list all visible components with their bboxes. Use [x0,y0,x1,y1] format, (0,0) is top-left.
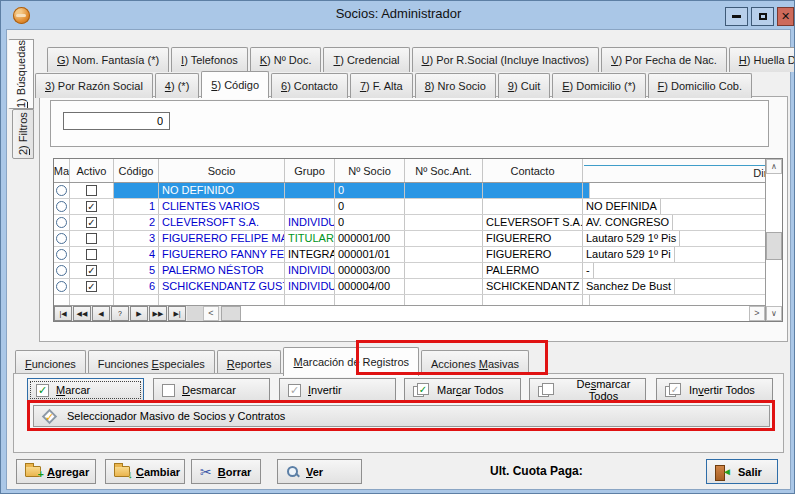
invertir-todos-button[interactable]: Invertir Todos [656,378,773,402]
cell-direccion[interactable]: AV. CONGRESO [583,215,673,230]
desmarcar-todos-button[interactable]: Desmarcar Todos [529,378,646,402]
tab-telefonos[interactable]: I) Telefonos [171,47,248,72]
tab-asterisco[interactable]: 4) (*) [155,73,199,98]
hscroll-left-icon[interactable] [203,306,219,321]
activo-checkbox[interactable] [86,217,97,228]
activo-checkbox[interactable] [86,185,97,196]
cell-nro-socio[interactable]: 0 [335,199,405,214]
ver-button[interactable]: Ver [277,459,362,484]
row-marker-radio[interactable] [56,201,67,212]
tab-nom-fantasia[interactable]: G) Nom. Fantasía (*) [47,47,169,72]
side-tab-busquedas[interactable]: 1) Búsquedas [8,39,34,109]
cell-nro-socio[interactable]: 000003/00 [335,263,405,278]
cell-nro-socio[interactable]: 000001/01 [335,247,405,262]
row-marker-radio[interactable] [56,217,67,228]
tab-por-rsocial[interactable]: U) Por R.Social (Incluye Inactivos) [412,47,600,72]
cell-direccion[interactable]: NO DEFINIDA [583,199,661,214]
vscrollbar-track[interactable] [766,174,782,306]
cell-grupo[interactable]: INDIVIDUAL [285,263,335,278]
cell-nro-socio[interactable]: 000004/00 [335,279,405,294]
tab-credencial[interactable]: T) Credencial [323,47,409,72]
tab-nro-socio[interactable]: 8) Nro Socio [415,73,496,98]
table-row[interactable]: 5PALERMO NÉSTORINDIVIDUAL000003/00PALERM… [54,263,782,279]
table-row[interactable]: 1CLIENTES VARIOS0NO DEFINIDA [54,199,782,215]
cell-grupo[interactable]: INDIVIDUAL [285,279,335,294]
activo-checkbox[interactable] [86,281,97,292]
nav-next-button[interactable]: ▶ [130,306,148,321]
cell-grupo[interactable]: INDIVIDUAL [285,215,335,230]
nav-first-button[interactable]: |◀ [54,306,72,321]
cell-nro-soc-ant[interactable] [405,279,483,294]
cell-nro-soc-ant[interactable] [405,263,483,278]
cell-socio[interactable]: CLIENTES VARIOS [159,199,285,214]
tab-nro-doc[interactable]: K) Nº Doc. [250,47,322,72]
cambiar-button[interactable]: ↓Cambiar [105,459,185,484]
cell-codigo[interactable]: 2 [114,215,159,230]
nav-last-button[interactable]: ▶| [168,306,186,321]
cell-nro-socio[interactable]: 0 [335,215,405,230]
tab-por-razon-social[interactable]: 3) Por Razón Social [35,73,153,98]
cell-nro-socio[interactable]: 000001/00 [335,231,405,246]
scroll-down-icon[interactable] [766,306,782,321]
cell-contacto[interactable] [483,199,583,214]
hscrollbar-track[interactable] [241,306,749,321]
nav-search-button[interactable]: ? [111,306,129,321]
cell-nro-socio[interactable]: 0 [335,183,405,198]
codigo-search-input[interactable] [63,112,170,130]
table-row[interactable]: 4FIGUERERO FANNY FERRAINTEGRANT000001/01… [54,247,782,263]
desmarcar-button[interactable]: Desmarcar [153,378,270,402]
hscrollbar-thumb[interactable] [221,306,241,321]
tab-marcacion-de-registros[interactable]: Marcación de Registros [283,347,419,376]
cell-codigo[interactable]: 1 [114,199,159,214]
nav-fast-prev-button[interactable]: ◀◀ [73,306,91,321]
cell-nro-soc-ant[interactable] [405,215,483,230]
row-marker-radio[interactable] [56,185,67,196]
marcar-todos-button[interactable]: Marcar Todos [404,378,521,402]
cell-direccion[interactable]: Lautaro 529 1º Pi [583,247,675,262]
cell-socio[interactable]: SCHICKENDANTZ GUSTAV [159,279,285,294]
cell-contacto[interactable]: FIGUERERO [483,231,583,246]
nav-fast-next-button[interactable]: ▶▶ [149,306,167,321]
borrar-button[interactable]: ✂Borrar [191,459,261,484]
cell-socio[interactable]: CLEVERSOFT S.A. [159,215,285,230]
tab-domicilio[interactable]: E) Domicilio (*) [552,73,645,98]
activo-checkbox[interactable] [86,249,97,260]
activo-checkbox[interactable] [86,201,97,212]
cell-nro-soc-ant[interactable] [405,231,483,246]
activo-checkbox[interactable] [86,233,97,244]
nav-prev-button[interactable]: ◀ [92,306,110,321]
cell-codigo[interactable]: 6 [114,279,159,294]
scroll-up-icon[interactable] [766,159,782,174]
cell-grupo[interactable]: INTEGRANT [285,247,335,262]
cell-direccion[interactable]: Lautaro 529 1º Pis [583,231,680,246]
cell-codigo[interactable]: 3 [114,231,159,246]
cell-nro-soc-ant[interactable] [405,183,483,198]
table-row[interactable]: 2CLEVERSOFT S.A.INDIVIDUAL0CLEVERSOFT S.… [54,215,782,231]
cell-direccion[interactable]: Sanchez De Bust [583,279,675,294]
tab-por-fecha-nac[interactable]: V) Por Fecha de Nac. [601,47,727,72]
cell-codigo[interactable]: 5 [114,263,159,278]
marcar-button[interactable]: Marcar [27,378,144,402]
table-row[interactable]: NO DEFINIDO0 [54,183,782,199]
cell-codigo[interactable]: 4 [114,247,159,262]
row-marker-radio[interactable] [56,233,67,244]
cell-direccion[interactable] [583,183,590,198]
row-marker-radio[interactable] [56,281,67,292]
cell-grupo[interactable] [285,199,335,214]
tab-contacto[interactable]: 6) Contacto [271,73,348,98]
cell-contacto[interactable]: SCHICKENDANTZ [483,279,583,294]
cell-grupo[interactable] [285,183,335,198]
agregar-button[interactable]: +Agregar [16,459,96,484]
maximize-button[interactable] [751,7,774,26]
cell-socio[interactable]: NO DEFINIDO [159,183,285,198]
cell-socio[interactable]: FIGUERERO FANNY FERRA [159,247,285,262]
row-marker-radio[interactable] [56,265,67,276]
tab-domicilio-cob[interactable]: F) Domicilio Cob. [648,73,752,98]
tab-huella-dactilar[interactable]: H) Huella Dactilar [729,47,795,72]
tab-f-alta[interactable]: 7) F. Alta [350,73,413,98]
cell-grupo[interactable]: TITULAR (0) [285,231,335,246]
table-row[interactable]: 3FIGUERERO FELIPE MANUETITULAR (0)000001… [54,231,782,247]
cell-nro-soc-ant[interactable] [405,199,483,214]
minimize-button[interactable] [725,7,748,26]
side-tab-filtros[interactable]: 2) Filtros [12,109,34,159]
